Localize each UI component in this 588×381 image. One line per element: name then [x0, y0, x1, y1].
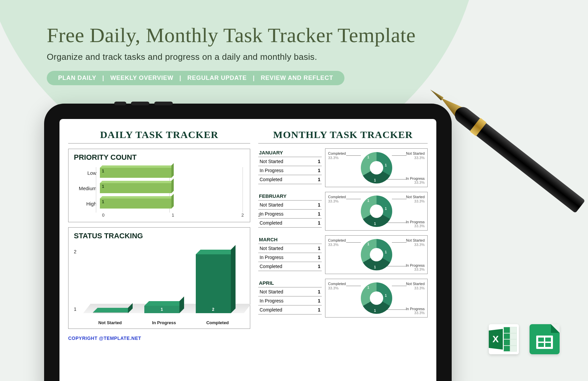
- month-table: APRILNot Started1In Progress1Completed1: [258, 279, 322, 318]
- donut-chart: 111: [361, 152, 392, 183]
- page-subtitle: Organize and track tasks and progress on…: [47, 52, 541, 62]
- donut-label-in-progress: In Progress33.3%: [406, 176, 425, 185]
- month-row: In Progress1: [258, 296, 322, 305]
- donut-label-in-progress: In Progress33.3%: [406, 263, 425, 272]
- status-bar-value: 2: [196, 307, 231, 312]
- feature-pill-row: PLAN DAILY| WEEKLY OVERVIEW| REGULAR UPD…: [47, 71, 344, 85]
- priority-count-panel: PRIORITY COUNT Low 1 Medium 1: [68, 149, 250, 222]
- donut-panel: Completed33.3%Not Started33.3%In Progres…: [325, 279, 428, 318]
- donut-label-in-progress: In Progress33.3%: [406, 307, 425, 315]
- month-row: Not Started1: [258, 157, 322, 166]
- month-name: JANUARY: [258, 148, 322, 157]
- pill-weekly-overview: WEEKLY OVERVIEW: [110, 75, 173, 82]
- donut-label-completed: Completed33.3%: [328, 151, 346, 160]
- donut-label-not-started: Not Started33.3%: [406, 238, 425, 247]
- google-sheets-icon[interactable]: [530, 324, 560, 354]
- donut-label-not-started: Not Started33.3%: [406, 151, 425, 160]
- copyright-text: COPYRIGHT @TEMPLATE.NET: [68, 336, 250, 341]
- donut-label-completed: Completed33.3%: [328, 195, 346, 203]
- priority-row-medium: Medium 1: [76, 180, 243, 196]
- donut-label-completed: Completed33.3%: [328, 282, 346, 290]
- x-tick: 2: [258, 213, 260, 218]
- donut-chart: 111: [361, 239, 392, 270]
- month-row: Completed1: [258, 175, 322, 184]
- priority-value: 1: [102, 200, 104, 204]
- monthly-section-title: MONTHLY TASK TRACKER: [258, 127, 428, 144]
- month-table: MARCHNot Started1In Progress1Completed1: [258, 235, 322, 274]
- month-row: In Progress1: [258, 210, 322, 219]
- status-x-label: Not Started: [98, 320, 122, 325]
- y-tick: 2: [74, 249, 77, 254]
- donut-label-completed: Completed33.3%: [328, 238, 346, 247]
- month-row: In Progress1: [258, 253, 322, 262]
- priority-label: Medium: [76, 185, 100, 191]
- month-name: FEBRUARY: [258, 192, 322, 201]
- month-row: Completed1: [258, 305, 322, 314]
- pill-plan-daily: PLAN DAILY: [58, 75, 96, 82]
- priority-value: 1: [102, 184, 104, 189]
- month-name: APRIL: [258, 279, 322, 287]
- status-bar-value: 1: [144, 307, 179, 312]
- month-name: MARCH: [258, 235, 322, 244]
- tablet-screen: DAILY TASK TRACKER PRIORITY COUNT Low 1: [59, 119, 436, 381]
- tablet-frame: DAILY TASK TRACKER PRIORITY COUNT Low 1: [44, 104, 452, 381]
- month-row: Not Started1: [258, 287, 322, 296]
- donut-panel: Completed33.3%Not Started33.3%In Progres…: [325, 235, 428, 274]
- excel-icon[interactable]: [489, 324, 519, 354]
- page-title: Free Daily, Monthly Task Tracker Templat…: [47, 23, 541, 47]
- x-tick: 0: [102, 213, 104, 218]
- status-tracking-title: STATUS TRACKING: [68, 228, 250, 242]
- month-row: In Progress1: [258, 166, 322, 175]
- donut-chart: 111: [361, 196, 392, 227]
- priority-label: High: [76, 201, 100, 207]
- daily-section-title: DAILY TASK TRACKER: [68, 127, 250, 144]
- month-block: FEBRUARYNot Started1In Progress1Complete…: [258, 192, 428, 231]
- donut-label-not-started: Not Started33.3%: [406, 195, 425, 203]
- status-x-label: Completed: [206, 320, 229, 325]
- month-row: Not Started1: [258, 201, 322, 210]
- month-table: FEBRUARYNot Started1In Progress1Complete…: [258, 192, 322, 231]
- month-row: Completed1: [258, 219, 322, 228]
- donut-label-in-progress: In Progress33.3%: [406, 220, 425, 228]
- month-row: Completed1: [258, 262, 322, 271]
- status-x-label: In Progress: [152, 320, 176, 325]
- month-row: Not Started1: [258, 244, 322, 253]
- month-block: MARCHNot Started1In Progress1Completed1C…: [258, 235, 428, 274]
- status-tracking-panel: STATUS TRACKING 2 1 1 2 Not Started In P…: [68, 227, 250, 329]
- donut-panel: Completed33.3%Not Started33.3%In Progres…: [325, 192, 428, 231]
- donut-chart: 111: [361, 282, 392, 314]
- x-tick: 1: [172, 213, 174, 218]
- priority-value: 1: [102, 169, 104, 173]
- donut-panel: Completed33.3%Not Started33.3%In Progres…: [325, 148, 428, 187]
- priority-row-low: Low 1: [76, 165, 243, 180]
- y-tick: 1: [74, 306, 77, 312]
- month-block: JANUARYNot Started1In Progress1Completed…: [258, 148, 428, 187]
- pill-review-reflect: REVIEW AND REFLECT: [261, 75, 333, 82]
- priority-label: Low: [76, 170, 100, 176]
- donut-label-not-started: Not Started33.3%: [406, 282, 425, 290]
- priority-row-high: High 1: [76, 196, 243, 211]
- month-table: JANUARYNot Started1In Progress1Completed…: [258, 148, 322, 187]
- month-block: APRILNot Started1In Progress1Completed1C…: [258, 279, 428, 318]
- pill-regular-update: REGULAR UPDATE: [187, 75, 247, 82]
- x-tick: 2: [241, 213, 244, 218]
- priority-count-title: PRIORITY COUNT: [68, 149, 250, 163]
